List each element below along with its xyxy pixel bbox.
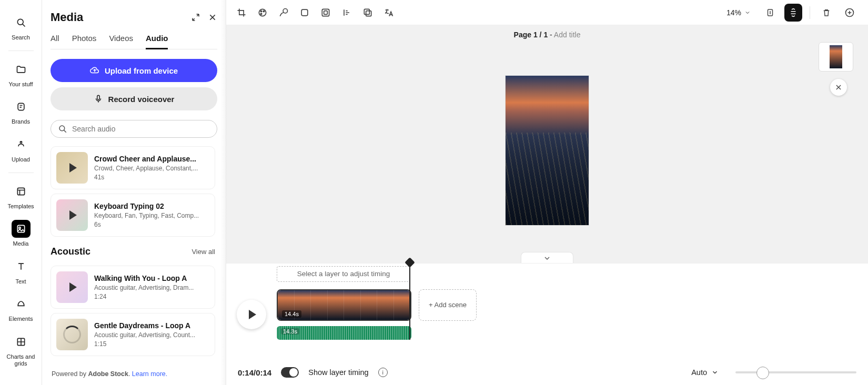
folder-icon	[12, 60, 31, 78]
search-icon	[58, 124, 67, 134]
svg-point-12	[263, 11, 265, 12]
rail-brands[interactable]: Brands	[3, 94, 39, 129]
audio-tags: Keyboard, Fan, Typing, Fast, Comp...	[94, 212, 209, 219]
rail-charts-grids[interactable]: Charts and grids	[3, 329, 39, 371]
audio-title: Crowd Cheer and Applause...	[94, 155, 209, 163]
close-thumbnails-button[interactable]	[830, 79, 847, 96]
audio-thumb[interactable]	[56, 319, 88, 350]
delete-icon[interactable]	[817, 4, 835, 22]
timing-hint: Select a layer to adjust timing	[277, 266, 410, 282]
rail-your-stuff[interactable]: Your stuff	[3, 56, 39, 92]
svg-point-8	[59, 126, 65, 131]
audio-tags: Acoustic guitar, Advertising, Dram...	[94, 284, 209, 291]
audio-item[interactable]: Walking With You - Loop A Acoustic guita…	[51, 266, 215, 309]
search-input[interactable]	[51, 120, 217, 138]
section-title: Acoustic	[51, 246, 90, 257]
playhead[interactable]	[409, 263, 410, 340]
canvas-artboard[interactable]	[505, 75, 589, 226]
canvas-body[interactable]: Page 1 / 1 - Add title	[226, 25, 868, 263]
duplicate-icon[interactable]	[362, 7, 374, 18]
record-voiceover-button[interactable]: Record voiceover	[51, 87, 217, 110]
learn-more-link[interactable]: Learn more.	[132, 370, 167, 378]
page-thumbnail[interactable]	[819, 42, 853, 72]
time-readout: 0:14/0:14	[238, 368, 271, 377]
timeline-tracks: Select a layer to adjust timing 14.4s + …	[277, 289, 477, 340]
tab-all[interactable]: All	[51, 34, 59, 49]
audio-list: Crowd Cheer and Applause... Crowd, Cheer…	[51, 146, 217, 365]
expand-timeline-icon[interactable]	[784, 4, 802, 22]
crop-icon[interactable]	[236, 7, 247, 18]
search-icon	[12, 14, 31, 32]
rail-upload[interactable]: Upload	[3, 131, 39, 167]
view-all-link[interactable]: View all	[191, 248, 215, 256]
video-clip-duration: 14.4s	[282, 310, 301, 318]
play-icon	[249, 310, 256, 319]
rail-elements[interactable]: Elements	[3, 291, 39, 327]
footer-dot: .	[128, 370, 132, 378]
rail-label: Brands	[12, 118, 30, 125]
mask-square-icon[interactable]	[299, 7, 310, 18]
close-icon[interactable]	[208, 13, 217, 22]
timeline-zoom-slider[interactable]	[735, 371, 856, 373]
page-indicator[interactable]: Page 1 / 1 - Add title	[514, 31, 581, 39]
audio-duration: 1:24	[94, 293, 209, 300]
tab-audio[interactable]: Audio	[146, 34, 168, 49]
add-page-icon[interactable]	[841, 4, 859, 22]
layer-timing-toggle[interactable]	[281, 367, 299, 378]
rail-templates[interactable]: Templates	[3, 178, 39, 214]
chevron-down-icon	[543, 254, 551, 262]
record-button-label: Record voiceover	[108, 95, 175, 104]
rail-text[interactable]: Text	[3, 254, 39, 289]
expand-icon[interactable]	[191, 13, 200, 22]
brands-icon	[12, 98, 31, 116]
audio-item[interactable]: Gentle Daydreams - Loop A Acoustic guita…	[51, 313, 215, 356]
svg-point-14	[283, 8, 287, 13]
zoom-mode-dropdown[interactable]: Auto	[691, 368, 719, 377]
audio-thumb[interactable]	[56, 199, 88, 231]
timeline-panel: Select a layer to adjust timing 14.4s + …	[226, 263, 868, 385]
play-button[interactable]	[237, 300, 266, 329]
info-icon[interactable]: i	[378, 368, 388, 377]
audio-duration: 41s	[94, 174, 209, 181]
play-icon	[69, 163, 77, 173]
animation-icon[interactable]	[278, 7, 289, 18]
charts-icon	[12, 333, 31, 351]
audio-thumb[interactable]	[56, 152, 88, 184]
svg-point-10	[259, 9, 266, 16]
audio-clip-duration: 14.3s	[281, 328, 299, 335]
collapse-timeline-tab[interactable]	[521, 252, 573, 263]
align-icon[interactable]	[341, 7, 352, 18]
rail-label: Your stuff	[9, 81, 33, 88]
tab-photos[interactable]: Photos	[72, 34, 97, 49]
rail-label: Upload	[12, 156, 30, 163]
chevron-down-icon	[744, 9, 751, 16]
audio-clip[interactable]: 14.3s	[277, 326, 411, 340]
rail-label: Elements	[9, 316, 33, 322]
upload-icon	[12, 136, 31, 154]
video-clip[interactable]: 14.4s	[277, 289, 411, 321]
audio-item[interactable]: Crowd Cheer and Applause... Crowd, Cheer…	[51, 146, 215, 189]
zoom-mode-label: Auto	[691, 368, 707, 377]
rail-search[interactable]: Search	[3, 9, 39, 45]
loading-spinner-icon	[63, 326, 81, 343]
rail-label: Search	[12, 34, 30, 41]
upload-button[interactable]: Upload from device	[51, 59, 217, 82]
frame-icon[interactable]	[320, 7, 331, 18]
svg-point-11	[260, 11, 262, 12]
add-scene-button[interactable]: + Add scene	[419, 289, 477, 321]
svg-rect-4	[17, 226, 24, 232]
svg-rect-7	[97, 95, 99, 99]
play-icon	[69, 282, 77, 292]
audio-thumb[interactable]	[56, 271, 88, 303]
add-title-placeholder[interactable]: Add title	[554, 31, 581, 39]
svg-line-1	[22, 24, 25, 27]
color-picker-icon[interactable]	[257, 7, 268, 18]
translate-icon[interactable]	[383, 7, 395, 18]
audio-title: Keyboard Typing 02	[94, 202, 209, 210]
tab-videos[interactable]: Videos	[109, 34, 133, 49]
rail-media[interactable]: Media	[3, 216, 39, 251]
left-nav-rail: Search Your stuff Brands Upload Template…	[0, 0, 42, 385]
zoom-dropdown[interactable]: 14%	[726, 8, 756, 17]
audio-item[interactable]: Keyboard Typing 02 Keyboard, Fan, Typing…	[51, 194, 215, 237]
fit-page-icon[interactable]	[761, 4, 779, 22]
